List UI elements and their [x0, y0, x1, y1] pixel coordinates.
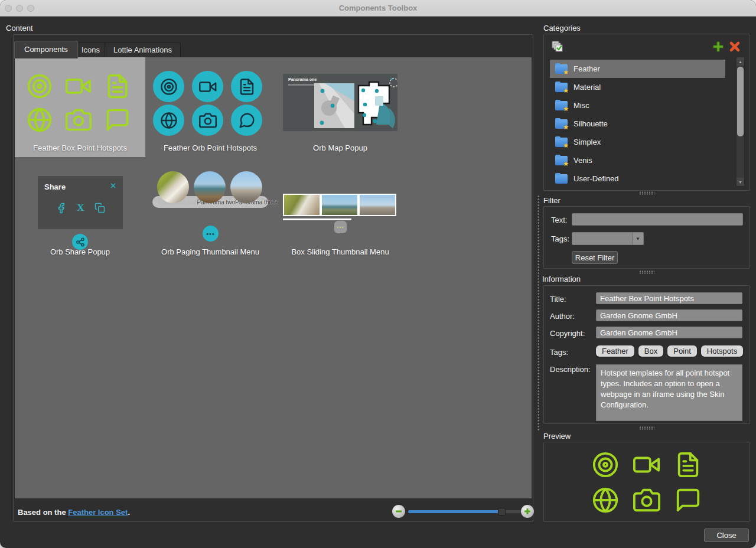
tile-label: Orb Share Popup [15, 247, 145, 256]
tag-chip-hotspots[interactable]: Hotspots [701, 345, 743, 357]
select-all-icon[interactable] [552, 41, 563, 53]
panorama-two-thumb [194, 171, 226, 203]
zoom-in-button[interactable] [521, 505, 534, 518]
message-circle-orb-icon [231, 105, 262, 136]
author-input[interactable] [596, 309, 742, 321]
close-icon [109, 182, 117, 190]
categories-list: ★Feather ★Material ★Misc ★Silhouette ★Si… [543, 59, 750, 188]
tag-chip-feather[interactable]: Feather [596, 345, 634, 357]
splitter-handle[interactable] [639, 191, 654, 195]
tile-orb-paging-thumbnail-menu[interactable]: Panorama one Panorama two Panorama three… [145, 157, 275, 261]
content-section-label: Content [6, 24, 33, 32]
category-label: Silhouette [573, 119, 608, 128]
preview-group-box [543, 442, 750, 522]
title-input[interactable] [596, 292, 742, 304]
splitter-handle[interactable] [639, 426, 654, 430]
facebook-icon [56, 203, 67, 214]
folder-star-icon: ★ [555, 156, 568, 165]
file-text-orb-icon [231, 71, 262, 102]
scrollbar-thumb[interactable] [737, 67, 744, 136]
zoom-out-button[interactable] [392, 505, 405, 518]
file-text-icon [105, 73, 131, 99]
footer-suffix: . [128, 508, 130, 517]
disc-orb-icon [153, 71, 184, 102]
folder-star-icon: ★ [555, 83, 568, 92]
chevron-down-icon[interactable]: ▼ [632, 233, 643, 244]
reset-filter-button[interactable]: Reset Filter [572, 251, 618, 264]
video-icon [66, 73, 92, 99]
tile-orb-map-popup[interactable]: Panorama one [275, 57, 405, 157]
tab-components[interactable]: Components [14, 41, 78, 58]
tile-label: Orb Map Popup [275, 143, 405, 152]
video-orb-icon [192, 71, 223, 102]
camera-orb-icon [192, 105, 223, 136]
footer-prefix: Based on the [18, 508, 68, 517]
zoom-slider-handle[interactable] [498, 508, 506, 516]
splitter-handle[interactable] [639, 270, 654, 274]
tile-label: Feather Box Point Hotspots [15, 143, 145, 152]
folder-icon [555, 174, 568, 184]
message-square-icon [674, 487, 702, 514]
folder-star-icon: ★ [555, 119, 568, 129]
video-icon [633, 451, 660, 478]
camera-icon [633, 487, 660, 514]
folder-star-icon: ★ [555, 138, 568, 147]
categories-scrollbar[interactable]: ▲ ▼ [736, 57, 745, 187]
author-label: Author: [550, 312, 575, 321]
preview-section-label: Preview [543, 432, 571, 441]
category-item-venis[interactable]: ★Venis [550, 151, 725, 169]
footer-attribution: Based on the Feather Icon Set. [18, 508, 130, 517]
share-card-title: Share [44, 182, 66, 191]
folder-star-icon: ★ [555, 64, 568, 74]
category-label: Feather [573, 64, 600, 73]
feather-icon-set-link[interactable]: Feather Icon Set [68, 508, 128, 517]
tile-feather-box-point-hotspots[interactable]: Feather Box Point Hotspots [15, 57, 145, 157]
share-popup-card: Share X [38, 176, 123, 229]
close-button[interactable]: Close [704, 529, 749, 542]
tile-feather-orb-point-hotspots[interactable]: Feather Orb Point Hotspots [145, 57, 275, 157]
file-text-icon [674, 451, 702, 478]
copyright-input[interactable] [596, 327, 742, 338]
filter-tags-label: Tags: [551, 234, 569, 243]
category-item-user-defined[interactable]: User-Defined [550, 169, 725, 188]
tag-chip-point[interactable]: Point [667, 345, 697, 357]
category-item-material[interactable]: ★Material [550, 78, 725, 96]
window-title: Components Toolbox [0, 4, 756, 12]
tile-orb-share-popup[interactable]: Share X Orb Share Popup [15, 157, 145, 261]
panorama-one-thumb [157, 171, 189, 203]
disc-icon [27, 73, 53, 99]
category-item-misc[interactable]: ★Misc [550, 96, 725, 115]
category-label: Venis [573, 156, 592, 165]
tags-label: Tags: [550, 348, 568, 357]
add-category-icon[interactable] [712, 41, 724, 53]
description-label: Description: [550, 365, 591, 374]
category-item-silhouette[interactable]: ★Silhouette [550, 115, 725, 133]
ellipsis-menu-icon: ••• [334, 221, 347, 233]
panel-splitter-vertical[interactable] [537, 195, 539, 431]
information-section-label: Information [542, 275, 581, 283]
zoom-slider-track-filled[interactable] [408, 510, 501, 513]
title-bar: Components Toolbox [0, 0, 756, 17]
tile-label: Orb Paging Thumbnail Menu [145, 247, 275, 256]
globe-icon [27, 107, 53, 133]
category-item-feather[interactable]: ★Feather [550, 60, 725, 78]
filter-tags-combobox[interactable]: ▼ [572, 232, 644, 245]
filter-text-input[interactable] [572, 213, 743, 226]
scroll-up-icon[interactable]: ▲ [737, 57, 744, 66]
ellipsis-menu-icon: ••• [203, 226, 219, 242]
map-popup-card: Panorama one [283, 74, 397, 131]
category-label: Simplex [573, 138, 601, 146]
tab-icons[interactable]: Icons [73, 43, 109, 57]
category-item-simplex[interactable]: ★Simplex [550, 133, 725, 151]
panorama-one-thumb [283, 194, 321, 216]
scroll-down-icon[interactable]: ▼ [737, 178, 744, 186]
tile-box-sliding-thumbnail-menu[interactable]: ••• Box Sliding Thumbnail Menu [275, 157, 405, 261]
filter-text-label: Text: [551, 216, 567, 224]
description-textarea[interactable]: Hotspot templates for all point hotspot … [596, 364, 742, 421]
delete-category-icon[interactable] [729, 41, 741, 53]
tab-lottie-animations[interactable]: Lottie Animations [105, 43, 181, 57]
tag-chip-box[interactable]: Box [638, 345, 663, 357]
title-label: Title: [550, 295, 566, 304]
copyright-label: Copyright: [550, 329, 585, 338]
filter-section-label: Filter [543, 196, 561, 205]
